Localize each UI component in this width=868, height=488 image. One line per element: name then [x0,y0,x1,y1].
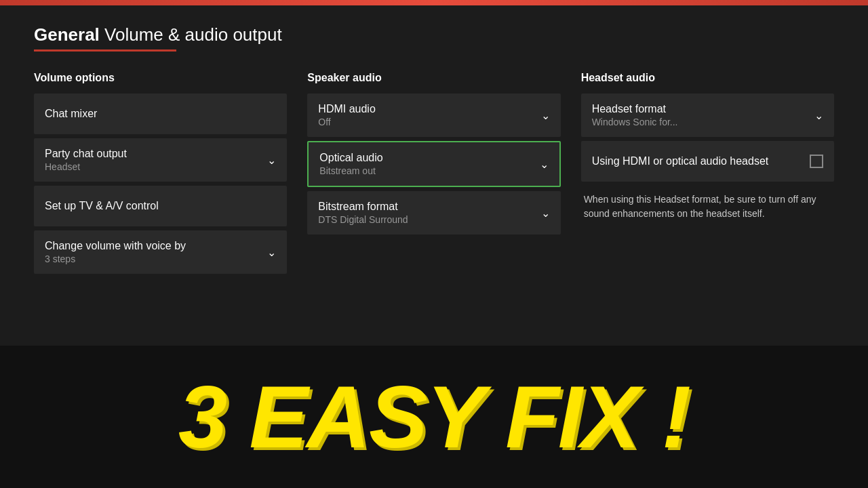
change-volume-chevron: ⌄ [267,246,276,259]
setup-tv-label: Set up TV & A/V control [45,200,159,212]
hdmi-audio-value: Off [318,117,375,127]
change-volume-label: Change volume with voice by [45,240,186,252]
speaker-audio-column: Speaker audio HDMI audio Off ⌄ Optical a… [307,72,560,278]
using-hdmi-optical-item[interactable]: Using HDMI or optical audio headset [581,141,834,182]
headset-format-value: Windows Sonic for... [592,117,678,127]
volume-options-title: Volume options [34,72,287,84]
title-bold: General [34,24,100,45]
setup-tv-item[interactable]: Set up TV & A/V control [34,186,287,226]
hdmi-audio-item[interactable]: HDMI audio Off ⌄ [307,94,560,137]
chat-mixer-item[interactable]: Chat mixer [34,94,287,134]
optical-audio-chevron: ⌄ [540,158,549,171]
headset-info-text: When using this Headset format, be sure … [581,186,834,221]
headset-audio-column: Headset audio Headset format Windows Son… [581,72,834,278]
top-gradient-bar [0,0,868,5]
title-normal: Volume & audio output [100,24,282,45]
hdmi-audio-chevron: ⌄ [541,109,550,122]
bottom-banner: 3 EASY FIX ! [0,346,868,488]
headset-format-item[interactable]: Headset format Windows Sonic for... ⌄ [581,94,834,137]
change-volume-voice-item[interactable]: Change volume with voice by 3 steps ⌄ [34,230,287,274]
speaker-audio-title: Speaker audio [307,72,560,84]
optical-audio-item[interactable]: Optical audio Bitstream out ⌄ [307,141,560,187]
optical-audio-value: Bitstream out [319,165,382,176]
chat-mixer-label: Chat mixer [45,108,97,120]
volume-options-column: Volume options Chat mixer Party chat out… [34,72,287,278]
using-hdmi-label: Using HDMI or optical audio headset [592,155,769,167]
bitstream-format-label: Bitstream format [318,201,408,213]
headset-format-label: Headset format [592,103,678,115]
page-title: General Volume & audio output [34,24,834,45]
hdmi-audio-label: HDMI audio [318,103,375,115]
banner-text: 3 EASY FIX ! [178,373,690,461]
headset-audio-title: Headset audio [581,72,834,84]
bitstream-format-item[interactable]: Bitstream format DTS Digital Surround ⌄ [307,191,560,235]
page-header: General Volume & audio output [34,24,834,52]
optical-audio-label: Optical audio [319,152,382,164]
party-chat-chevron: ⌄ [267,154,276,167]
settings-columns: Volume options Chat mixer Party chat out… [34,72,834,278]
party-chat-value: Headset [45,161,127,172]
bitstream-format-chevron: ⌄ [541,207,550,220]
bitstream-format-value: DTS Digital Surround [318,214,408,225]
settings-area: General Volume & audio output Volume opt… [0,5,868,351]
headset-format-chevron: ⌄ [814,109,823,122]
change-volume-value: 3 steps [45,253,186,264]
party-chat-label: Party chat output [45,148,127,160]
using-hdmi-checkbox[interactable] [810,155,823,168]
title-underline [34,49,176,52]
party-chat-output-item[interactable]: Party chat output Headset ⌄ [34,138,287,182]
